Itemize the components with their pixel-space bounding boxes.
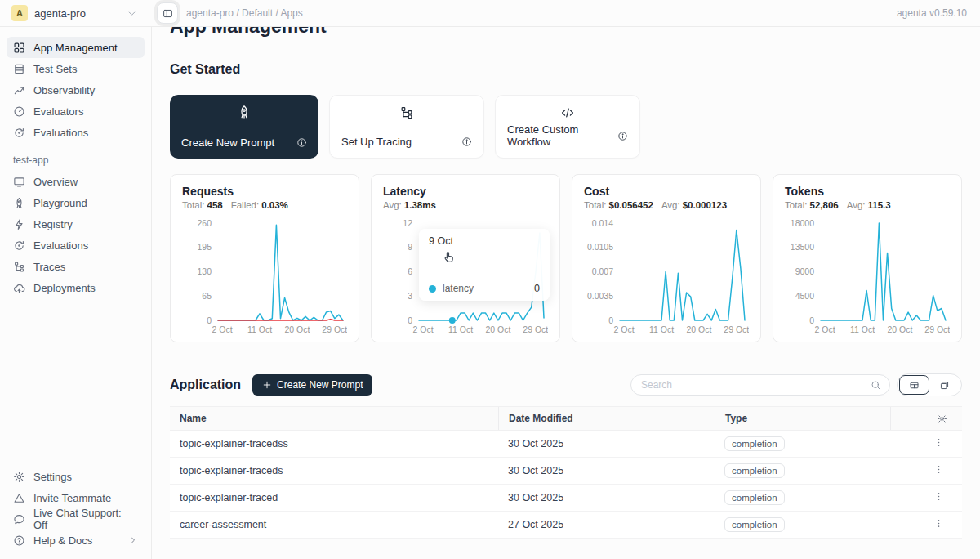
- sidebar-item-app-management[interactable]: App Management: [7, 37, 145, 58]
- sidebar-item-overview[interactable]: Overview: [7, 171, 145, 192]
- create-new-prompt-button[interactable]: Create New Prompt: [252, 374, 372, 396]
- table-row-topic-explainer-tracedss[interactable]: topic-explainer-tracedss 30 Oct 2025 com…: [170, 431, 962, 458]
- search-icon[interactable]: [871, 380, 881, 391]
- cell-date-modified: 30 Oct 2025: [498, 438, 715, 449]
- sidebar-item-deployments[interactable]: Deployments: [7, 277, 145, 298]
- column-settings[interactable]: [890, 407, 962, 430]
- create-new-prompt-card[interactable]: Create New Prompt: [170, 95, 318, 159]
- row-menu-button[interactable]: [890, 437, 962, 450]
- svg-text:11 Oct: 11 Oct: [649, 324, 674, 334]
- get-started-heading: Get Started: [170, 62, 962, 77]
- sidebar-item-live-chat-support-off[interactable]: Live Chat Support: Off: [7, 508, 145, 530]
- sidebar-toggle-button[interactable]: [157, 2, 178, 24]
- sidebar-item-label: Traces: [33, 261, 65, 273]
- svg-text:20 Oct: 20 Oct: [485, 324, 510, 334]
- metric-title: Requests: [182, 185, 347, 198]
- tree-icon: [13, 261, 25, 273]
- metric-title: Tokens: [785, 185, 950, 198]
- svg-text:0.014: 0.014: [592, 218, 613, 228]
- sidebar-item-label: Live Chat Support: Off: [33, 507, 138, 531]
- table-row-topic-explainer-traced[interactable]: topic-explainer-traced 30 Oct 2025 compl…: [170, 485, 962, 512]
- svg-text:195: 195: [197, 242, 212, 252]
- type-badge: completion: [724, 463, 785, 478]
- sidebar-item-registry[interactable]: Registry: [7, 213, 145, 235]
- triangle-icon: [13, 492, 25, 504]
- table-view-icon: [909, 380, 920, 391]
- dots-vertical-icon: [933, 491, 944, 502]
- svg-text:20 Oct: 20 Oct: [284, 324, 310, 334]
- rocket-icon: [13, 197, 25, 209]
- svg-text:0: 0: [608, 315, 613, 325]
- tooltip-value: 0: [534, 283, 540, 294]
- workspace-name: agenta-pro: [34, 7, 120, 20]
- code-icon: [507, 105, 628, 120]
- table-view-button[interactable]: [899, 375, 929, 395]
- get-started-cards: Create New Prompt Set Up Tracing Create …: [170, 95, 962, 159]
- metric-stat: Total:$0.056452: [584, 200, 653, 210]
- breadcrumb[interactable]: agenta-pro / Default / Apps: [186, 7, 303, 19]
- svg-text:0: 0: [408, 315, 412, 325]
- table-row-topic-explainer-traceds[interactable]: topic-explainer-traceds 30 Oct 2025 comp…: [170, 458, 962, 485]
- version-label: agenta v0.59.10: [897, 7, 980, 19]
- table-body: topic-explainer-tracedss 30 Oct 2025 com…: [170, 431, 962, 539]
- sidebar-item-invite-teammate[interactable]: Invite Teammate: [7, 487, 145, 508]
- row-menu-button[interactable]: [890, 518, 962, 531]
- chevron-down-icon: [127, 8, 137, 19]
- metric-chart: 00.00350.0070.01050.0142 Oct11 Oct20 Oct…: [584, 217, 749, 336]
- gauge-icon: [13, 105, 25, 118]
- card-view-button[interactable]: [929, 375, 960, 395]
- sidebar-item-evaluations[interactable]: Evaluations: [7, 122, 145, 143]
- svg-text:0: 0: [207, 315, 212, 325]
- rocket-icon: [181, 105, 307, 119]
- svg-text:6: 6: [408, 266, 412, 276]
- column-header-name[interactable]: Name: [170, 407, 498, 430]
- sidebar-item-label: Settings: [33, 471, 72, 483]
- card-label: Create Custom Workflow: [507, 123, 617, 148]
- row-menu-button[interactable]: [890, 464, 962, 477]
- sidebar: App ManagementTest SetsObservabilityEval…: [0, 27, 152, 559]
- cloud-icon: [13, 282, 25, 294]
- gear-icon: [13, 471, 25, 483]
- row-menu-button[interactable]: [890, 491, 962, 504]
- cell-name: topic-explainer-tracedss: [170, 438, 498, 449]
- svg-text:0: 0: [809, 315, 814, 325]
- workspace-selector[interactable]: A agenta-pro: [0, 5, 145, 21]
- metric-stat: Total:458: [182, 200, 223, 210]
- column-header-type[interactable]: Type: [715, 407, 890, 430]
- table-row-career-assessment[interactable]: career-assessment 27 Oct 2025 completion: [170, 512, 962, 539]
- svg-text:11 Oct: 11 Oct: [850, 324, 875, 334]
- search-input[interactable]: [641, 379, 866, 391]
- sidebar-item-settings[interactable]: Settings: [7, 466, 145, 487]
- sidebar-item-label: Help & Docs: [33, 534, 92, 547]
- sidebar-item-evaluations[interactable]: Evaluations: [7, 235, 145, 256]
- sidebar-main-list: App ManagementTest SetsObservabilityEval…: [7, 37, 145, 143]
- sidebar-item-label: Invite Teammate: [33, 492, 111, 504]
- dots-vertical-icon: [933, 464, 944, 475]
- sidebar-item-evaluators[interactable]: Evaluators: [7, 101, 145, 122]
- application-header: Application Create New Prompt: [170, 373, 962, 396]
- svg-text:29 Oct: 29 Oct: [924, 324, 950, 334]
- sidebar-item-test-sets[interactable]: Test Sets: [7, 58, 145, 79]
- sidebar-item-playground[interactable]: Playground: [7, 192, 145, 213]
- metric-card-cost: Cost Total:$0.056452Avg:$0.000123 00.003…: [572, 174, 761, 342]
- sidebar-item-label: App Management: [33, 42, 118, 54]
- chevron-right-icon: [128, 535, 138, 545]
- metric-stat: Avg:115.3: [847, 200, 891, 210]
- sidebar-footer-list: SettingsInvite TeammateLive Chat Support…: [7, 466, 145, 551]
- card-view-icon: [939, 380, 950, 391]
- sidebar-item-label: Evaluators: [33, 105, 83, 118]
- sidebar-item-label: Deployments: [33, 282, 96, 294]
- search-box: [630, 374, 890, 396]
- column-header-date-modified[interactable]: Date Modified: [498, 407, 715, 430]
- sidebar-item-observability[interactable]: Observability: [7, 79, 145, 101]
- metrics-row: Requests Total:458Failed:0.03% 065130195…: [170, 174, 962, 342]
- sidebar-section-label: test-app: [7, 143, 145, 171]
- sidebar-item-traces[interactable]: Traces: [7, 256, 145, 277]
- cycle-icon: [13, 127, 25, 139]
- table-header: Name Date Modified Type: [170, 406, 962, 431]
- set-up-tracing-card[interactable]: Set Up Tracing: [329, 95, 484, 159]
- sidebar-item-help-docs[interactable]: Help & Docs: [7, 530, 145, 551]
- workspace-avatar: A: [11, 5, 28, 21]
- create-custom-workflow-card[interactable]: Create Custom Workflow: [495, 95, 640, 159]
- svg-text:65: 65: [202, 291, 212, 301]
